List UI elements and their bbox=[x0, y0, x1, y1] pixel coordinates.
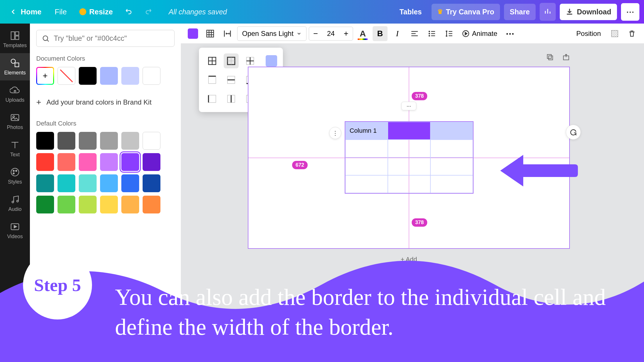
color-search[interactable] bbox=[36, 30, 175, 47]
download-button[interactable]: Download bbox=[560, 4, 617, 20]
position-button[interactable]: Position bbox=[572, 27, 605, 41]
animate-button[interactable]: Animate bbox=[459, 26, 500, 41]
color-swatch[interactable] bbox=[36, 196, 54, 213]
table-header-cell-selected[interactable] bbox=[388, 122, 430, 140]
color-swatch[interactable] bbox=[79, 196, 97, 213]
table-cell[interactable] bbox=[388, 157, 430, 175]
color-swatch[interactable] bbox=[36, 174, 54, 192]
border-inner-button[interactable] bbox=[243, 53, 258, 68]
canvas-page[interactable]: 378 672 378 ⋯ ⋮ Column 1 bbox=[248, 67, 569, 248]
tables-button[interactable]: Tables bbox=[394, 4, 428, 20]
italic-button[interactable]: I bbox=[390, 26, 405, 41]
cell-spacing-button[interactable] bbox=[220, 26, 235, 41]
font-size-decrease[interactable]: − bbox=[309, 27, 322, 40]
sidebar-elements[interactable]: Elements bbox=[0, 53, 30, 80]
border-style-button[interactable] bbox=[203, 26, 218, 41]
spacing-button[interactable] bbox=[442, 26, 457, 41]
color-swatch[interactable] bbox=[121, 67, 139, 85]
sidebar-audio[interactable]: Audio bbox=[0, 190, 30, 217]
color-search-input[interactable] bbox=[54, 34, 169, 43]
color-swatch[interactable] bbox=[79, 67, 97, 85]
color-swatch[interactable] bbox=[79, 153, 97, 171]
element-context-menu-button[interactable]: ⋯ bbox=[401, 102, 416, 110]
color-swatch[interactable] bbox=[143, 67, 160, 85]
canvas-area[interactable]: 378 672 378 ⋯ ⋮ Column 1 bbox=[181, 44, 638, 362]
border-horizontal-button[interactable] bbox=[224, 72, 239, 87]
more-toolbar-button[interactable]: ⋯ bbox=[503, 26, 518, 41]
fill-color-button[interactable] bbox=[188, 28, 198, 39]
table-cell[interactable] bbox=[430, 157, 473, 175]
color-swatch[interactable] bbox=[100, 174, 118, 192]
color-swatch[interactable] bbox=[57, 196, 75, 213]
color-swatch[interactable] bbox=[121, 132, 139, 150]
border-top-button[interactable] bbox=[205, 72, 220, 87]
table-row-menu-button[interactable]: ⋮ bbox=[329, 127, 341, 139]
sidebar-photos[interactable]: Photos bbox=[0, 108, 30, 135]
share-button[interactable]: Share bbox=[504, 4, 535, 20]
align-button[interactable] bbox=[407, 26, 422, 41]
sidebar-videos[interactable]: Videos bbox=[0, 217, 30, 244]
share-page-button[interactable] bbox=[560, 51, 572, 63]
sidebar-templates[interactable]: Templates bbox=[0, 26, 30, 53]
color-swatch[interactable] bbox=[121, 174, 139, 192]
color-swatch[interactable] bbox=[121, 196, 139, 213]
color-swatch[interactable] bbox=[79, 174, 97, 192]
table-cell[interactable] bbox=[430, 175, 473, 193]
border-left-button[interactable] bbox=[205, 91, 220, 106]
color-swatch[interactable] bbox=[143, 153, 160, 171]
try-canva-pro-button[interactable]: ♛ Try Canva Pro bbox=[432, 4, 500, 20]
border-color-swatch[interactable] bbox=[266, 55, 277, 67]
insights-button[interactable] bbox=[540, 3, 556, 21]
border-outer-button[interactable] bbox=[224, 53, 239, 68]
color-swatch[interactable] bbox=[36, 153, 54, 171]
color-swatch[interactable] bbox=[100, 153, 118, 171]
refresh-element-button[interactable] bbox=[566, 125, 581, 140]
table-cell[interactable] bbox=[430, 140, 473, 157]
color-swatch[interactable] bbox=[57, 174, 75, 192]
no-color-swatch[interactable] bbox=[57, 67, 75, 85]
border-vertical-button[interactable] bbox=[224, 91, 239, 106]
color-swatch[interactable] bbox=[36, 132, 54, 150]
color-swatch[interactable] bbox=[100, 67, 118, 85]
home-button[interactable]: Home bbox=[5, 5, 46, 19]
table-cell[interactable] bbox=[345, 140, 388, 157]
sidebar-text[interactable]: Text bbox=[0, 135, 30, 162]
font-size-value[interactable]: 24 bbox=[322, 30, 340, 38]
color-swatch[interactable] bbox=[57, 153, 75, 171]
font-family-select[interactable]: Open Sans Light bbox=[237, 26, 306, 41]
sidebar-styles[interactable]: Styles bbox=[0, 162, 30, 190]
color-swatch[interactable] bbox=[143, 174, 160, 192]
resize-button[interactable]: Resize bbox=[75, 5, 117, 19]
color-swatch[interactable] bbox=[79, 132, 97, 150]
table-cell[interactable] bbox=[345, 175, 388, 193]
redo-button[interactable] bbox=[141, 4, 155, 19]
add-page-button[interactable]: + Add bbox=[401, 256, 417, 263]
table-header-cell[interactable]: Column 1 bbox=[345, 122, 388, 140]
table-header-cell[interactable] bbox=[430, 122, 473, 140]
table-cell[interactable] bbox=[345, 157, 388, 175]
svg-marker-17 bbox=[14, 226, 17, 228]
color-swatch[interactable] bbox=[100, 196, 118, 213]
table-element[interactable]: ⋮ Column 1 bbox=[345, 121, 474, 194]
list-button[interactable] bbox=[424, 26, 439, 41]
color-swatch[interactable] bbox=[57, 132, 75, 150]
font-size-increase[interactable]: + bbox=[340, 27, 353, 40]
undo-button[interactable] bbox=[122, 4, 136, 19]
bold-button[interactable]: B bbox=[373, 26, 388, 41]
brand-kit-link[interactable]: + Add your brand colors in Brand Kit bbox=[36, 93, 175, 111]
delete-button[interactable] bbox=[624, 26, 639, 41]
color-swatch[interactable] bbox=[100, 132, 118, 150]
color-swatch[interactable] bbox=[143, 196, 160, 213]
table-cell[interactable] bbox=[388, 140, 430, 157]
file-menu[interactable]: File bbox=[51, 5, 70, 19]
table-cell[interactable] bbox=[388, 175, 430, 193]
more-menu-button[interactable]: ⋯ bbox=[621, 3, 639, 21]
color-swatch[interactable] bbox=[121, 153, 139, 171]
add-document-color[interactable]: + bbox=[36, 67, 54, 85]
transparency-button[interactable] bbox=[607, 26, 622, 41]
text-color-button[interactable]: A bbox=[355, 26, 370, 41]
border-all-button[interactable] bbox=[205, 53, 220, 68]
color-swatch[interactable] bbox=[143, 132, 160, 150]
duplicate-page-button[interactable] bbox=[544, 51, 556, 63]
sidebar-uploads[interactable]: Uploads bbox=[0, 80, 30, 108]
